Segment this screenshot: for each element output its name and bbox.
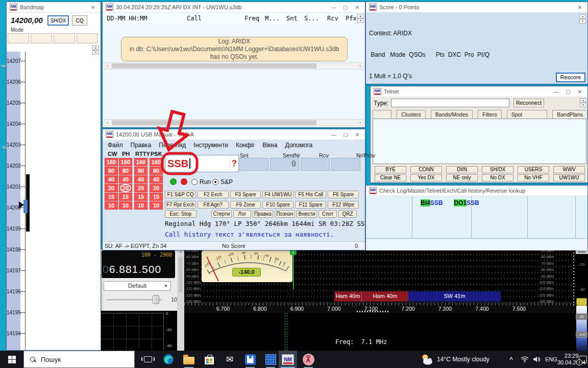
function-key-button[interactable]: F7 Rpt Exch (165, 201, 196, 209)
entry-action-button[interactable]: Внести (297, 210, 317, 218)
start-button[interactable] (0, 351, 23, 368)
rescore-button[interactable]: Rescore (556, 73, 585, 82)
exchange-input[interactable]: ? (230, 155, 239, 172)
spectrum-tuning-line[interactable] (293, 249, 294, 289)
telnet-command-button[interactable]: DI/N (446, 166, 478, 173)
band-button[interactable]: 20 (119, 184, 132, 192)
telnet-command-button[interactable]: Clear NE (375, 174, 406, 181)
taskbar-item-store[interactable] (200, 351, 218, 368)
function-key-button[interactable]: F2 Exch (198, 191, 229, 198)
taskbar-item-sdr[interactable] (299, 351, 317, 368)
check-call-item[interactable]: BI4SSB (421, 199, 443, 206)
telnet-command-button[interactable]: NE only (446, 174, 478, 181)
entry-action-button[interactable]: QRZ (338, 210, 357, 218)
band-button[interactable]: 15 (105, 193, 118, 201)
telnet-command-button[interactable]: BYE (375, 166, 406, 173)
menu-item[interactable]: Конфіг (236, 142, 255, 149)
check-call-item[interactable]: DO1SSB (454, 199, 479, 206)
minimize-icon[interactable]: — (329, 5, 338, 10)
scrollbar-thumb[interactable] (112, 63, 316, 68)
menu-item[interactable]: Інструменти (193, 142, 228, 149)
log-column-header[interactable]: Freq (244, 15, 259, 22)
taskbar-search[interactable] (23, 351, 135, 368)
maximize-icon[interactable]: ▢ (341, 5, 350, 10)
band-button[interactable]: 160 (119, 158, 132, 166)
band-button[interactable]: 20 (150, 184, 163, 192)
band-button[interactable]: 20 (134, 184, 148, 192)
tab-blank[interactable] (373, 110, 391, 119)
function-key-button[interactable]: F9 Zone (230, 201, 261, 209)
scroll-right-icon[interactable]: › (357, 120, 363, 126)
telnet-output-area[interactable] (373, 119, 586, 164)
function-key-button[interactable]: F12 Wipe (328, 201, 359, 209)
scroll-left-icon[interactable]: ‹ (104, 63, 111, 69)
menu-item[interactable]: Перегляд (159, 142, 186, 149)
close-icon[interactable]: ✕ (353, 5, 362, 10)
tray-chevron-icon[interactable]: ^ (509, 351, 513, 368)
band-button[interactable]: 80 (105, 167, 118, 175)
bandmap-titlebar[interactable]: NM Bandmap ✕ (7, 2, 101, 13)
band-button[interactable]: 10 (134, 201, 148, 210)
mode-box[interactable] (31, 33, 52, 43)
telnet-titlebar[interactable]: NM Telnet — ▢ ✕ (371, 86, 587, 97)
band-button[interactable]: 80 (119, 167, 132, 175)
taskbar-item-n1mm[interactable]: NM (279, 351, 297, 368)
close-icon[interactable]: ✕ (88, 5, 97, 10)
band-button[interactable]: 160 (150, 158, 163, 166)
spin-down-icon[interactable]: ▼ (580, 103, 586, 107)
log-column-header[interactable]: M... (265, 15, 280, 22)
telnet-command-button[interactable]: No VHF (518, 174, 549, 181)
telnet-command-button[interactable]: WWV (553, 166, 585, 173)
spin-up-icon[interactable]: ▲ (357, 14, 364, 18)
waterfall-panel[interactable]: Freq: 7.1 MHz (184, 313, 576, 351)
entry-action-button[interactable]: Спот (318, 210, 337, 218)
band-button[interactable]: 40 (150, 175, 163, 183)
callsign-input[interactable]: SSB (165, 155, 230, 172)
band-button[interactable]: 20 (105, 184, 118, 192)
band-button[interactable]: 40 (134, 175, 148, 183)
close-icon[interactable]: ✕ (575, 5, 584, 10)
function-key-button[interactable]: F5 His Call (295, 191, 326, 198)
bandmap-zoom-spinner[interactable]: ▲ ▼ (92, 45, 99, 55)
radio-icon-selected[interactable] (212, 179, 218, 185)
maximize-icon[interactable]: ▢ (341, 132, 350, 137)
log-column-header[interactable]: DD-MM HH:MM (107, 15, 147, 22)
tab-spot-comment[interactable]: Spot Comment (507, 110, 548, 119)
sdr-profile-select[interactable]: Default ▼ (104, 281, 171, 291)
radio-icon[interactable] (191, 179, 198, 185)
sdr-volume-slider-handle[interactable] (153, 295, 159, 304)
function-key-button[interactable]: F10 Spare (262, 201, 293, 209)
sentnr-field[interactable]: 0 (270, 158, 299, 171)
entry-action-button[interactable]: Стерти (211, 210, 232, 218)
function-key-button[interactable]: F1 S&P CQ (165, 191, 196, 198)
telnet-command-button[interactable]: CONN (410, 166, 442, 173)
run-radio[interactable]: Run (191, 178, 211, 186)
telnet-type-input[interactable] (391, 99, 509, 107)
legend-pill[interactable]: -80 (576, 313, 587, 320)
tab-bandplans[interactable]: BandPlans (552, 110, 587, 119)
wifi-icon[interactable] (521, 351, 529, 368)
score-spinner[interactable]: ▲ ▼ (579, 14, 586, 24)
entry-action-button[interactable]: Познач (275, 210, 295, 218)
function-key-button[interactable]: F3 Spare (230, 191, 261, 198)
log-column-header[interactable]: S... (304, 15, 319, 22)
score-titlebar[interactable]: NM Score - 0 Points ✕ (366, 2, 587, 13)
band-button[interactable]: 160 (134, 158, 148, 166)
mode-box[interactable] (77, 33, 98, 43)
band-button[interactable]: 160 (105, 158, 118, 166)
scrollbar-thumb[interactable] (179, 257, 183, 292)
spin-up-icon[interactable]: ▲ (580, 98, 586, 103)
band-button[interactable]: 15 (119, 193, 132, 201)
weather-text[interactable]: 14°C Mostly cloudy (437, 351, 489, 368)
telnet-command-button[interactable]: Yes DX (410, 174, 442, 181)
spin-down-icon[interactable]: ▼ (579, 19, 586, 24)
taskbar-item-edge[interactable] (159, 351, 178, 368)
band-button[interactable]: 15 (150, 193, 163, 201)
search-input[interactable] (41, 356, 117, 363)
legend-pill[interactable]: -100 (576, 331, 587, 338)
scrollbar-thumb[interactable] (112, 120, 316, 125)
minimize-icon[interactable]: — (329, 132, 338, 137)
entry-titlebar[interactable]: NM 14200,00 USB Manual - VFO A — ▢ ✕ (103, 129, 365, 140)
band-button[interactable]: 15 (134, 193, 148, 201)
menu-item[interactable]: Правка (131, 142, 152, 149)
